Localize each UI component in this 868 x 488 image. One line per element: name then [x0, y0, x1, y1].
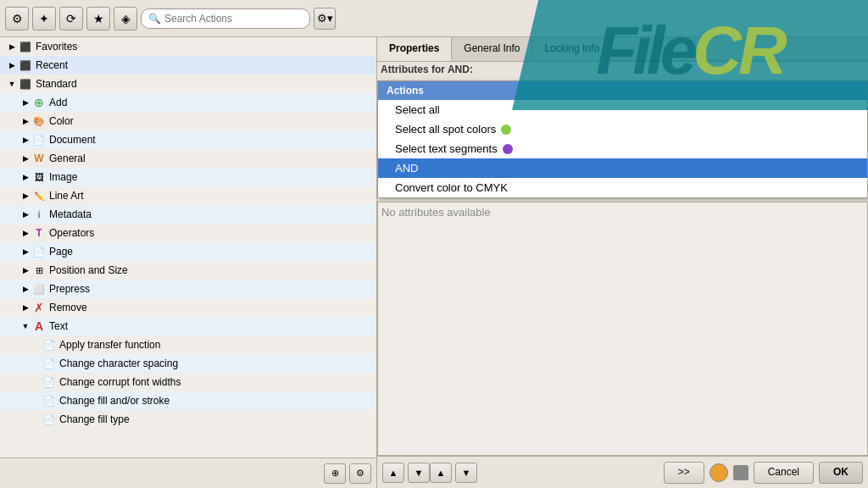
dropdown-item-select-all[interactable]: Select all — [378, 100, 867, 119]
tree-item-metadata[interactable]: ▶ i Metadata — [0, 205, 376, 224]
arrow-apply-transfer — [31, 340, 41, 350]
tree-item-image[interactable]: ▶ 🖼 Image — [0, 168, 376, 186]
tree-item-change-char[interactable]: 📄 Change character spacing — [0, 354, 376, 373]
change-corrupt-label: Change corrupt font widths — [59, 376, 181, 388]
tree-item-positionsize[interactable]: ▶ ⊞ Position and Size — [0, 261, 376, 280]
change-fill-label: Change fill and/or stroke — [59, 395, 170, 407]
dropdown-item-and[interactable]: AND — [378, 158, 867, 178]
apply-transfer-label: Apply transfer function — [59, 339, 160, 351]
add-label: Add — [49, 97, 67, 108]
prepress-label: Prepress — [49, 283, 90, 295]
tree-item-color[interactable]: ▶ 🎨 Color — [0, 112, 376, 130]
cancel-btn[interactable]: Cancel — [754, 462, 814, 484]
tree-item-change-fill-type[interactable]: 📄 Change fill type — [0, 410, 376, 429]
down-arrow-btn[interactable]: ▼ — [408, 463, 430, 483]
image-icon: 🖼 — [32, 170, 46, 184]
lineart-label: Line Art — [49, 190, 84, 202]
prepress-icon: ⬜ — [32, 282, 46, 296]
metadata-label: Metadata — [49, 208, 92, 220]
tree-item-operators[interactable]: ▶ T Operators — [0, 224, 376, 242]
expand-arrow-prepress: ▶ — [20, 284, 31, 294]
search-input[interactable] — [164, 13, 303, 25]
up-arrow-btn[interactable]: ▲ — [382, 463, 404, 483]
settings-gear-btn[interactable]: ⚙▾ — [314, 8, 336, 30]
right-panel: Properties General Info Locking Info Att… — [377, 37, 868, 488]
toolbar-btn-2[interactable]: ✦ — [32, 7, 56, 30]
arrow-change-fill — [31, 396, 41, 406]
tree-item-favorites[interactable]: ▶ ⬛ Favorites — [0, 37, 376, 56]
positionsize-icon: ⊞ — [32, 263, 46, 277]
toolbar-btn-4[interactable]: ★ — [86, 7, 110, 30]
right-bottom-left: ▲ ▼ — [382, 463, 430, 483]
select-spot-label: Select all spot colors — [395, 123, 496, 136]
change-fill-type-label: Change fill type — [59, 413, 130, 425]
dropdown-item-select-text[interactable]: Select text segments — [378, 139, 867, 158]
expand-arrow-lineart: ▶ — [20, 191, 31, 201]
expand-arrow-metadata: ▶ — [20, 209, 31, 219]
recent-label: Recent — [36, 59, 68, 71]
main-toolbar: ⚙ ✦ ⟳ ★ ◈ 🔍 ⚙▾ — [0, 0, 868, 37]
toolbar-btn-5[interactable]: ◈ — [114, 7, 137, 30]
ok-btn[interactable]: OK — [819, 462, 863, 484]
tree-item-remove[interactable]: ▶ ✗ Remove — [0, 298, 376, 317]
tree-item-document[interactable]: ▶ 📄 Document — [0, 130, 376, 149]
left-bottom-btn-2[interactable]: ⚙ — [349, 463, 371, 484]
attributes-area: No attributes available — [377, 202, 868, 456]
color-label: Color — [49, 115, 74, 127]
arrow-change-corrupt — [31, 377, 41, 387]
arrow-change-fill-type — [31, 414, 41, 424]
grey-square-btn[interactable] — [733, 465, 748, 480]
tabs-bar: Properties General Info Locking Info — [377, 37, 868, 62]
attributes-title: Attributes for AND: — [377, 62, 868, 77]
change-char-icon: 📄 — [42, 357, 56, 370]
up-arrow-btn-2[interactable]: ▲ — [430, 463, 452, 483]
tree-item-change-corrupt[interactable]: 📄 Change corrupt font widths — [0, 373, 376, 391]
dropdown-item-select-spot[interactable]: Select all spot colors — [378, 119, 867, 139]
expand-arrow-image: ▶ — [20, 172, 31, 182]
tree-item-general[interactable]: ▶ W General — [0, 149, 376, 168]
remove-icon: ✗ — [32, 301, 46, 314]
tree-item-change-fill[interactable]: 📄 Change fill and/or stroke — [0, 391, 376, 410]
tree-item-text[interactable]: ▼ A Text — [0, 317, 376, 336]
metadata-icon: i — [32, 208, 46, 221]
add-icon: ⊕ — [32, 96, 46, 109]
tab-properties[interactable]: Properties — [377, 37, 452, 61]
general-label: General — [49, 152, 86, 164]
left-bottom-btn-1[interactable]: ⊕ — [324, 463, 346, 484]
expand-arrow-color: ▶ — [20, 116, 31, 126]
lineart-icon: ✏️ — [32, 189, 46, 202]
standard-label: Standard — [36, 78, 77, 90]
tree-item-page[interactable]: ▶ 📄 Page — [0, 242, 376, 261]
orange-circle-btn[interactable] — [709, 463, 728, 482]
remove-label: Remove — [49, 302, 87, 313]
change-fill-type-icon: 📄 — [42, 413, 56, 426]
tab-general-info[interactable]: General Info — [452, 37, 532, 61]
right-bottom-center: ▲ ▼ — [430, 463, 477, 483]
search-icon: 🔍 — [148, 13, 161, 25]
tree-item-prepress[interactable]: ▶ ⬜ Prepress — [0, 280, 376, 298]
tree-item-lineart[interactable]: ▶ ✏️ Line Art — [0, 186, 376, 205]
tree-item-recent[interactable]: ▶ ⬛ Recent — [0, 56, 376, 75]
toolbar-btn-1[interactable]: ⚙ — [5, 7, 29, 30]
positionsize-label: Position and Size — [49, 264, 128, 276]
tree-item-add[interactable]: ▶ ⊕ Add — [0, 93, 376, 112]
text-label: Text — [49, 320, 68, 332]
forward-btn[interactable]: >> — [664, 462, 704, 484]
page-icon: 📄 — [32, 245, 46, 258]
toolbar-btn-3[interactable]: ⟳ — [59, 7, 83, 30]
expand-arrow-general: ▶ — [20, 153, 31, 164]
dropdown-item-convert-cmyk[interactable]: Convert color to CMYK — [378, 178, 867, 197]
expand-arrow-document: ▶ — [20, 135, 31, 145]
change-fill-icon: 📄 — [42, 394, 56, 408]
expand-arrow-standard: ▼ — [7, 79, 17, 89]
down-arrow-btn-2[interactable]: ▼ — [455, 463, 477, 483]
page-label: Page — [49, 246, 73, 258]
tab-locking-info[interactable]: Locking Info — [532, 37, 612, 61]
tree-item-apply-transfer[interactable]: 📄 Apply transfer function — [0, 336, 376, 354]
operators-label: Operators — [49, 227, 94, 239]
left-panel: ▶ ⬛ Favorites ▶ ⬛ Recent ▼ ⬛ Standard — [0, 37, 377, 488]
text-color-dot — [503, 144, 513, 154]
favorites-icon: ⬛ — [19, 40, 32, 53]
tree-item-standard[interactable]: ▼ ⬛ Standard — [0, 75, 376, 93]
right-bottom-toolbar: ▲ ▼ ▲ ▼ >> Cancel OK — [377, 456, 868, 488]
